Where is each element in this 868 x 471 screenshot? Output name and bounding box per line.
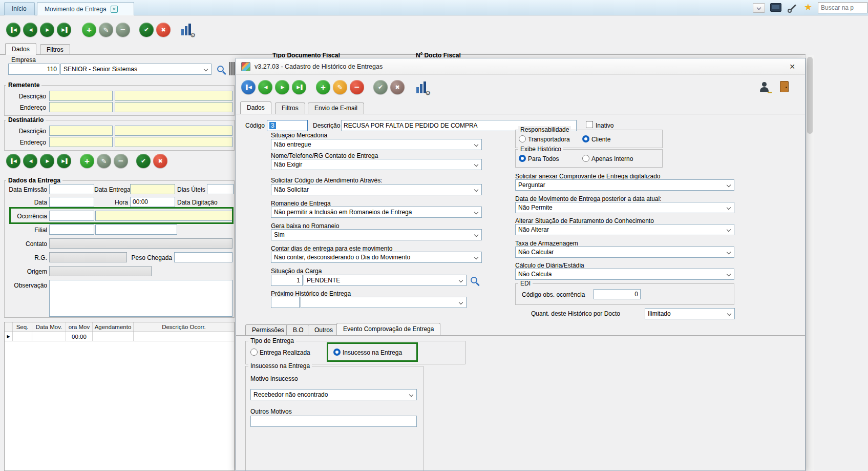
chart-button[interactable]: ⚙ — [415, 81, 429, 94]
search-lookup-icon[interactable] — [471, 277, 477, 283]
solicitar-codigo-combo[interactable]: Não Solicitar — [271, 184, 482, 195]
radio-insucesso-entrega[interactable] — [333, 349, 341, 356]
radio-apenas-interno-label[interactable]: Apenas Interno — [591, 155, 633, 162]
data-entrega-field[interactable] — [130, 184, 175, 194]
tab-dados[interactable]: Dados — [5, 43, 36, 55]
radio-cliente[interactable] — [582, 135, 589, 142]
destinatario-descricao-code-field[interactable] — [49, 126, 113, 136]
search-lookup-icon[interactable] — [217, 66, 224, 72]
tools-icon[interactable] — [787, 3, 798, 13]
delete-button[interactable]: − — [350, 80, 364, 94]
radio-transportadora-label[interactable]: Transportadora — [528, 136, 570, 143]
tab-inicio[interactable]: Início — [4, 2, 35, 15]
add-button[interactable]: + — [80, 154, 94, 168]
tab-envio-email[interactable]: Envio de E-mail — [308, 103, 364, 114]
edit-button[interactable]: ✎ — [97, 154, 111, 168]
confirm-button[interactable]: ✔ — [139, 23, 154, 37]
cancel-button[interactable]: ✖ — [390, 80, 405, 94]
empresa-combo[interactable]: SENIOR - Senior Sistemas — [60, 64, 211, 75]
remetente-endereco-code-field[interactable] — [49, 102, 113, 112]
tab-close-icon[interactable]: ✕ — [111, 6, 118, 13]
filial-desc-field[interactable] — [95, 224, 177, 235]
edit-button[interactable]: ✎ — [99, 23, 113, 37]
quant-historico-combo[interactable]: Ilimitado — [645, 308, 735, 319]
favorite-star-icon[interactable]: ★ — [804, 2, 812, 12]
ocorrencia-code-field[interactable] — [49, 211, 94, 221]
filial-code-field[interactable] — [49, 224, 94, 235]
nav-next-button[interactable]: ▶ — [40, 154, 54, 168]
data-emissao-field[interactable] — [49, 184, 94, 194]
radio-apenas-interno[interactable] — [582, 155, 589, 162]
tab-filtros[interactable]: Filtros — [40, 44, 70, 55]
situacao-carga-code-field[interactable]: 1 — [271, 275, 303, 286]
tab-permissoes[interactable]: Permissões — [245, 324, 291, 335]
add-button[interactable]: + — [82, 23, 96, 37]
nav-next-button[interactable]: ▶ — [40, 23, 54, 37]
data-field[interactable] — [49, 197, 94, 207]
grid-header-cell[interactable]: ora Mov — [66, 322, 93, 332]
gera-baixa-combo[interactable]: Sim — [271, 229, 482, 240]
remetente-descricao-field[interactable] — [115, 91, 232, 101]
tab-outros[interactable]: Outros — [308, 324, 340, 335]
remetente-endereco-field[interactable] — [115, 102, 232, 112]
codigo-obs-field[interactable]: 0 — [594, 289, 641, 299]
ocorrencia-desc-field[interactable] — [95, 211, 232, 221]
nav-prev-button[interactable]: ◀ — [23, 23, 37, 37]
contato-entrega-combo[interactable]: Não Exigir — [271, 159, 482, 170]
codigo-field[interactable]: 3 — [267, 120, 308, 131]
tab-movimento-entrega[interactable]: Movimento de Entrega ✕ — [37, 2, 134, 15]
nav-prev-button[interactable]: ◀ — [23, 154, 37, 168]
outros-motivos-field[interactable] — [250, 416, 417, 427]
nav-prev-button[interactable]: ◀ — [258, 80, 272, 94]
destinatario-endereco-field[interactable] — [115, 137, 232, 147]
grid-header-cell[interactable]: Data Mov. — [32, 322, 66, 332]
hora-field[interactable]: 00:00 — [130, 197, 175, 207]
calculo-diaria-combo[interactable]: Não Calcula — [515, 269, 734, 280]
nav-first-button[interactable]: ▌◀ — [6, 23, 20, 37]
edit-button[interactable]: ✎ — [333, 80, 347, 94]
destinatario-endereco-code-field[interactable] — [49, 137, 113, 147]
inativo-checkbox[interactable] — [586, 121, 593, 128]
confirm-button[interactable]: ✔ — [373, 80, 388, 94]
nav-last-button[interactable]: ▶▐ — [292, 80, 306, 94]
dialog-title-bar[interactable]: v3.27.03 - Cadastro de Histórico de Entr… — [236, 58, 805, 75]
remetente-descricao-code-field[interactable] — [49, 91, 113, 101]
nav-first-button[interactable]: ▌◀ — [6, 154, 20, 168]
peso-chegada-field[interactable] — [174, 252, 232, 262]
comprovante-combo[interactable]: Perguntar — [515, 179, 734, 191]
ocorrencias-grid[interactable]: Seq. Data Mov. ora Mov Agendamento Descr… — [4, 322, 235, 471]
empresa-code-field[interactable]: 110 — [8, 64, 59, 75]
cancel-button[interactable]: ✖ — [153, 154, 167, 168]
nav-last-button[interactable]: ▶▐ — [57, 23, 71, 37]
scrollbar-thumb[interactable] — [807, 57, 813, 134]
radio-entrega-realizada-label[interactable]: Entrega Realizada — [260, 349, 310, 356]
grid-header-cell[interactable]: Seq. — [13, 322, 32, 332]
delete-button[interactable]: − — [114, 154, 128, 168]
dias-uteis-field[interactable] — [207, 184, 234, 194]
proximo-historico-code-field[interactable] — [271, 297, 300, 308]
table-row[interactable]: ▶ 00:00 — [5, 332, 234, 341]
nav-next-button[interactable]: ▶ — [275, 80, 289, 94]
proximo-historico-combo[interactable] — [301, 297, 467, 308]
situacao-mercadoria-combo[interactable]: Não entregue — [271, 139, 482, 150]
tab-bo[interactable]: B.O — [286, 324, 310, 335]
radio-transportadora[interactable] — [519, 135, 526, 142]
destinatario-descricao-field[interactable] — [115, 126, 232, 136]
user-permissions-icon[interactable] — [759, 82, 772, 93]
alterar-faturamento-combo[interactable]: Não Alterar — [515, 224, 734, 235]
nav-last-button[interactable]: ▶▐ — [57, 154, 71, 168]
grid-header-cell[interactable]: Agendamento — [93, 322, 134, 332]
romaneio-entrega-combo[interactable]: Não permitir a Inclusão em Romaneios de … — [271, 207, 482, 218]
close-icon[interactable]: ✕ — [785, 58, 800, 75]
cancel-button[interactable]: ✖ — [156, 23, 171, 37]
tab-filtros[interactable]: Filtros — [275, 103, 305, 114]
delete-button[interactable]: − — [116, 23, 130, 37]
situacao-carga-combo[interactable]: PENDENTE — [304, 275, 467, 286]
search-input[interactable] — [818, 2, 867, 13]
tab-evento-comprovacao[interactable]: Evento Comprovação de Entrega — [336, 323, 440, 335]
confirm-button[interactable]: ✔ — [136, 154, 151, 168]
add-button[interactable]: + — [316, 80, 330, 94]
contar-dias-combo[interactable]: Não contar, desconsiderando o Dia do Mov… — [271, 252, 482, 263]
display-icon[interactable] — [770, 3, 781, 12]
taxa-armazenagem-combo[interactable]: Não Calcular — [515, 247, 734, 258]
